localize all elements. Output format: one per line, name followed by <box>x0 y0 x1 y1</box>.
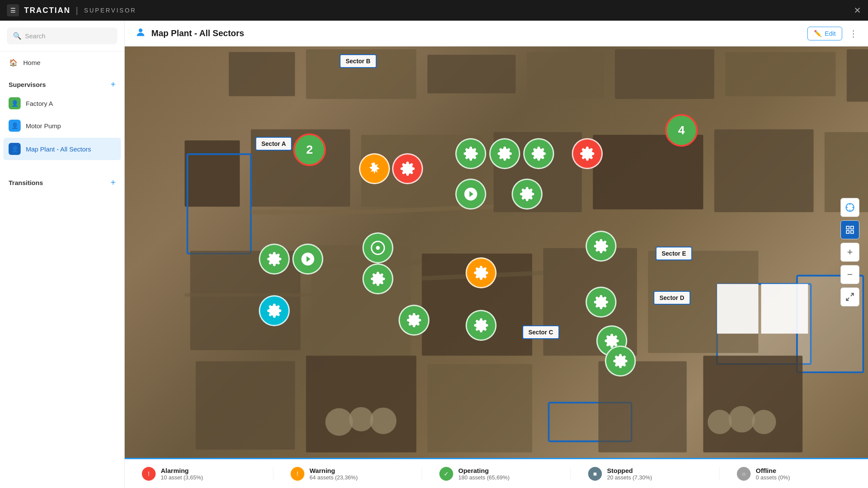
supervisors-label: Supervisors <box>9 81 46 88</box>
offline-info: Offline 0 assets (0%) <box>756 467 790 481</box>
machine-dot-green-1[interactable] <box>455 138 486 169</box>
svg-rect-63 <box>847 226 849 229</box>
status-bar: ! Alarming 10 asset (3,65%) ! Warning 64… <box>125 458 868 488</box>
alarming-count: 10 asset (3,65%) <box>161 474 203 481</box>
cluster-4[interactable]: 4 <box>665 114 698 147</box>
alarming-label: Alarming <box>161 467 203 474</box>
sector-d-label: Sector D <box>653 291 690 305</box>
content-area: Map Plant - All Sectors ✏️ Edit ⋮ <box>125 21 868 488</box>
crosshair-button[interactable] <box>840 198 859 217</box>
page-title: Map Plant - All Sectors <box>151 28 244 38</box>
add-transition-button[interactable]: + <box>110 178 116 187</box>
home-label: Home <box>23 59 40 66</box>
warning-info: Warning 64 assets (23,36%) <box>310 467 358 481</box>
machine-dot-green-2[interactable] <box>489 138 520 169</box>
header-left: Map Plant - All Sectors <box>135 27 244 40</box>
svg-rect-65 <box>847 231 849 233</box>
machine-dot-green-11[interactable] <box>399 305 429 336</box>
more-options-button[interactable]: ⋮ <box>849 28 858 39</box>
motor-pump-icon: 👤 <box>9 120 21 132</box>
close-button[interactable]: ✕ <box>854 5 861 15</box>
search-input-label[interactable]: Search <box>25 32 46 40</box>
zoom-in-button[interactable]: + <box>840 243 859 262</box>
sidebar-item-factory-a[interactable]: 👤 Factory A <box>0 92 124 114</box>
machine-dot-green-7[interactable] <box>292 244 323 275</box>
machine-dot-green-4[interactable] <box>455 179 486 210</box>
alarming-icon: ! <box>142 467 156 481</box>
offline-icon: ○ <box>737 467 751 481</box>
operating-label: Operating <box>458 467 509 474</box>
operating-info: Operating 180 assets (65,69%) <box>458 467 509 481</box>
machine-dot-teal-1[interactable] <box>259 295 290 326</box>
app-subtitle: SUPERVISOR <box>84 7 137 14</box>
stopped-label: Stopped <box>607 467 652 474</box>
machine-dot-red-1[interactable] <box>392 153 423 184</box>
alarming-info: Alarming 10 asset (3,65%) <box>161 467 203 481</box>
title-bar: ☰ TRACTIAN | SUPERVISOR ✕ <box>0 0 868 21</box>
machine-dot-green-8[interactable] <box>362 232 393 263</box>
svg-point-0 <box>139 28 143 32</box>
map-container[interactable]: Sector A Sector B Sector C Sector D Sect… <box>125 46 868 458</box>
machine-dot-green-15[interactable] <box>605 346 636 377</box>
map-controls-panel: + − <box>840 198 859 306</box>
map-plant-label: Map Plant - All Sectors <box>26 145 91 153</box>
machine-dot-green-5[interactable] <box>512 179 543 210</box>
machine-dot-green-3[interactable] <box>523 138 554 169</box>
sector-a-label: Sector A <box>255 137 292 151</box>
machine-dot-orange-1[interactable] <box>359 153 390 184</box>
svg-rect-66 <box>851 231 853 233</box>
warning-count: 64 assets (23,36%) <box>310 474 358 481</box>
map-background <box>125 46 868 458</box>
grid-button[interactable] <box>840 220 859 239</box>
search-container: 🔍 Search <box>0 21 124 52</box>
map-plant-icon: 👤 <box>9 143 21 155</box>
operating-icon: ✓ <box>439 467 453 481</box>
status-alarming[interactable]: ! Alarming 10 asset (3,65%) <box>125 467 273 481</box>
machine-dot-green-6[interactable] <box>259 244 290 275</box>
sidebar: 🔍 Search 🏠 Home Supervisors + 👤 Factory … <box>0 21 125 488</box>
sector-b-label: Sector B <box>340 54 377 68</box>
warning-label: Warning <box>310 467 358 474</box>
nav-home[interactable]: 🏠 Home <box>0 52 124 73</box>
transitions-section-header: Transitions + <box>0 171 124 190</box>
machine-dot-green-10[interactable] <box>362 263 393 294</box>
factory-a-label: Factory A <box>26 100 53 107</box>
app-title: TRACTIAN <box>24 6 71 15</box>
main-layout: 🔍 Search 🏠 Home Supervisors + 👤 Factory … <box>0 21 868 488</box>
status-warning[interactable]: ! Warning 64 assets (23,36%) <box>273 467 422 481</box>
cluster-2[interactable]: 2 <box>293 133 326 166</box>
machine-dot-red-2[interactable] <box>572 138 603 169</box>
factory-a-icon: 👤 <box>9 97 21 109</box>
status-offline[interactable]: ○ Offline 0 assets (0%) <box>720 467 868 481</box>
machine-dot-green-9[interactable] <box>586 231 616 262</box>
offline-label: Offline <box>756 467 790 474</box>
app-logo: TRACTIAN | SUPERVISOR <box>24 6 136 15</box>
stopped-icon: ■ <box>588 467 602 481</box>
title-bar-left: ☰ TRACTIAN | SUPERVISOR <box>7 4 136 16</box>
edit-icon: ✏️ <box>814 30 822 37</box>
status-stopped[interactable]: ■ Stopped 20 assets (7,30%) <box>571 467 720 481</box>
sidebar-item-motor-pump[interactable]: 👤 Motor Pump <box>0 114 124 137</box>
svg-line-67 <box>851 293 853 296</box>
status-operating[interactable]: ✓ Operating 180 assets (65,69%) <box>422 467 571 481</box>
machine-dot-green-13[interactable] <box>586 287 616 318</box>
edit-label: Edit <box>825 30 836 37</box>
motor-pump-label: Motor Pump <box>26 122 61 130</box>
search-icon: 🔍 <box>13 32 21 40</box>
supervisors-section-header: Supervisors + <box>0 73 124 92</box>
edit-button[interactable]: ✏️ Edit <box>807 27 842 40</box>
search-box[interactable]: 🔍 Search <box>7 28 117 44</box>
machine-dot-green-12[interactable] <box>466 310 497 341</box>
fullscreen-button[interactable] <box>840 287 859 306</box>
offline-count: 0 assets (0%) <box>756 474 790 481</box>
sector-c-label: Sector C <box>522 325 559 339</box>
app-menu-icon[interactable]: ☰ <box>7 4 19 16</box>
add-supervisor-button[interactable]: + <box>110 80 116 89</box>
stopped-count: 20 assets (7,30%) <box>607 474 652 481</box>
zoom-out-button[interactable]: − <box>840 265 859 284</box>
sidebar-item-map-plant[interactable]: 👤 Map Plant - All Sectors <box>3 138 121 160</box>
warning-icon: ! <box>291 467 304 481</box>
machine-dot-orange-2[interactable] <box>466 257 497 288</box>
svg-rect-64 <box>851 226 853 229</box>
header-right: ✏️ Edit ⋮ <box>807 27 858 40</box>
